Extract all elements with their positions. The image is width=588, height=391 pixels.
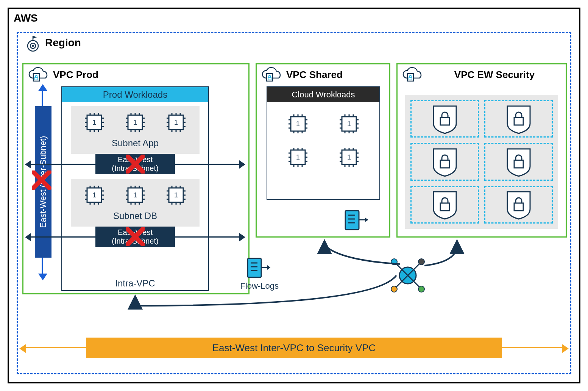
chip-icon xyxy=(83,184,105,206)
firewall-instance xyxy=(410,100,479,138)
inter-vpc-arrow-right xyxy=(502,347,563,348)
inter-vpc-bar: East-West Inter-VPC to Security VPC xyxy=(86,338,502,358)
chip-icon xyxy=(287,146,309,168)
chip-icon xyxy=(83,111,105,133)
vpc-cloud-icon xyxy=(27,67,49,84)
intra-subnet-bar-app: East-West (Intra-Subnet) xyxy=(95,154,175,174)
vpc-shared-title: VPC Shared xyxy=(286,69,343,81)
inter-vpc-arrow-left xyxy=(25,347,86,348)
chip-icon xyxy=(338,113,360,135)
chip-icon xyxy=(165,184,187,206)
vpc-cloud-icon xyxy=(401,67,423,84)
firewall-instance xyxy=(410,143,479,180)
transit-gateway-icon xyxy=(385,253,430,300)
aws-label: AWS xyxy=(14,12,38,24)
firewall-instance xyxy=(484,143,553,180)
firewall-instance xyxy=(410,186,479,224)
intra-vpc-label: Intra-VPC xyxy=(62,278,208,289)
prod-workloads-header: Prod Workloads xyxy=(62,87,208,102)
subnet-db-label: Subnet DB xyxy=(71,211,200,221)
inter-vpc-label: East-West Inter-VPC to Security VPC xyxy=(212,342,376,354)
flow-logs-label: Flow-Logs xyxy=(240,281,279,291)
region-icon xyxy=(25,35,42,53)
shield-lock-icon xyxy=(504,104,534,134)
vpc-prod: VPC Prod East-West (Inter-Subnet) Prod W… xyxy=(22,63,250,294)
shield-lock-icon xyxy=(430,189,460,220)
firewall-instance xyxy=(484,186,553,224)
blocked-x-icon xyxy=(126,155,145,174)
chip-icon xyxy=(124,111,146,133)
cloud-workloads-header: Cloud Wrokloads xyxy=(267,87,379,102)
vpc-security: VPC EW Security xyxy=(396,63,567,238)
subnet-app-chips xyxy=(71,109,200,136)
cloud-workloads-chips xyxy=(267,102,379,179)
blocked-x-icon xyxy=(126,227,145,246)
subnet-db-chips xyxy=(71,182,200,208)
flow-logs-icon xyxy=(344,209,370,231)
intra-subnet-bar-db: East-West (Intra-Subnet) xyxy=(95,227,175,247)
chip-icon xyxy=(338,146,360,168)
vpc-cloud-icon xyxy=(260,67,282,84)
flow-logs-shared xyxy=(344,209,370,233)
inter-subnet-bar: East-West (Inter-Subnet) xyxy=(35,106,51,258)
blocked-x-icon xyxy=(32,170,55,193)
security-grid xyxy=(405,95,558,229)
shield-lock-icon xyxy=(430,147,460,177)
inter-subnet-arrow-down xyxy=(42,258,43,274)
chip-icon xyxy=(287,113,309,135)
inter-subnet-arrow-up xyxy=(42,90,43,107)
vpc-prod-title: VPC Prod xyxy=(53,69,98,81)
shield-lock-icon xyxy=(430,104,460,134)
aws-frame: AWS Region VPC Prod East-West (Inter-Sub… xyxy=(8,8,580,383)
subnet-db: Subnet DB xyxy=(71,179,200,227)
shield-lock-icon xyxy=(504,147,534,177)
vpc-security-title: VPC EW Security xyxy=(427,69,562,81)
prod-workloads-box: Prod Workloads Subnet App East-West (Int… xyxy=(61,86,209,291)
cloud-workloads-box: Cloud Wrokloads xyxy=(267,86,380,200)
chip-icon xyxy=(124,184,146,206)
region-frame: Region VPC Prod East-West (Inter-Subnet)… xyxy=(17,32,571,374)
subnet-app: Subnet App xyxy=(71,106,200,154)
firewall-instance xyxy=(484,100,553,138)
chip-icon xyxy=(165,111,187,133)
flow-logs-icon xyxy=(246,257,273,279)
shield-lock-icon xyxy=(504,189,534,220)
flow-logs-prod: Flow-Logs xyxy=(240,257,279,291)
region-label: Region xyxy=(45,37,81,49)
subnet-app-label: Subnet App xyxy=(71,138,200,149)
vpc-shared: VPC Shared Cloud Wrokloads xyxy=(256,63,390,238)
